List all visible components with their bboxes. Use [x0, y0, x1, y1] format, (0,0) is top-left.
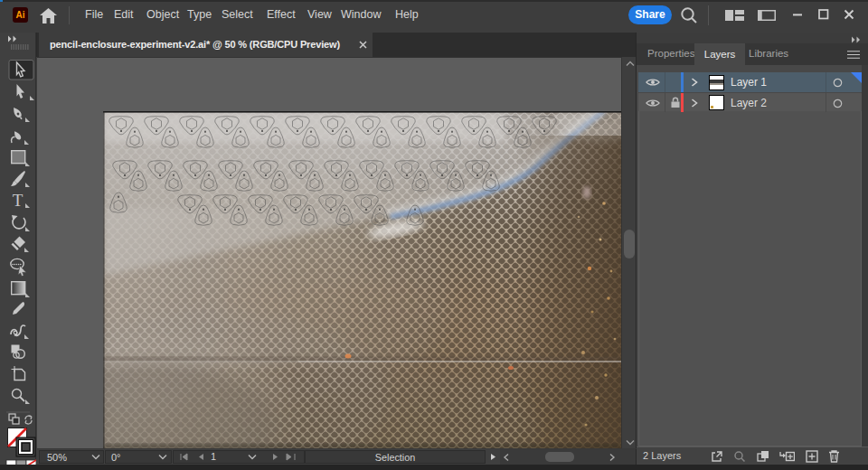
- svg-text:T: T: [13, 191, 24, 210]
